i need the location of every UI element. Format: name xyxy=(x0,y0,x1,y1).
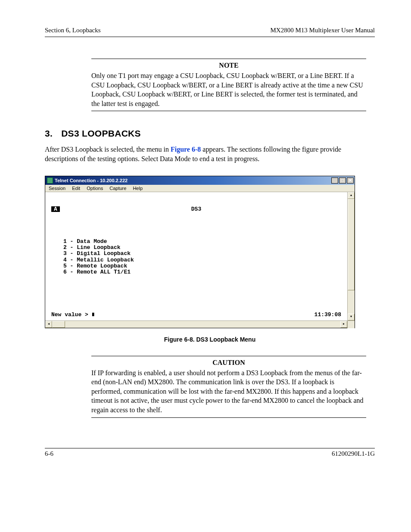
scroll-up-icon[interactable]: ▴ xyxy=(348,192,355,199)
footer-right: 61200290L1-1G xyxy=(332,450,375,457)
terminal-title: DS3 xyxy=(45,206,347,212)
para-before: After DS3 Loopback is selected, the menu… xyxy=(45,146,171,153)
section-title: DS3 LOOPBACKS xyxy=(61,128,141,138)
maximize-button[interactable]: □ xyxy=(339,177,346,184)
figure-caption: Figure 6-8. DS3 Loopback Menu xyxy=(45,336,375,343)
scroll-thumb-v[interactable] xyxy=(348,199,355,291)
caution-box: CAUTION If IP forwarding is enabled, a u… xyxy=(91,356,366,418)
titlebar: Telnet Connection - 10.200.2.222 _ □ ✕ xyxy=(45,176,355,185)
section-number: 3. xyxy=(45,128,53,138)
vertical-scrollbar[interactable]: ▴ ▾ xyxy=(347,192,355,320)
terminal-prompt: New value > ∎ xyxy=(51,312,95,318)
footer-rule xyxy=(45,448,375,448)
footer-left: 6-6 xyxy=(45,450,53,457)
note-top-rule xyxy=(91,59,366,59)
header-right: MX2800 M13 Multiplexer User Manual xyxy=(271,27,375,34)
note-bottom-rule xyxy=(91,111,366,111)
menu-edit[interactable]: Edit xyxy=(72,186,80,191)
window-title: Telnet Connection - 10.200.2.222 xyxy=(55,178,331,183)
app-icon xyxy=(47,177,53,184)
menu-capture[interactable]: Capture xyxy=(109,186,126,191)
terminal-time: 11:39:08 xyxy=(314,312,341,318)
caution-title: CAUTION xyxy=(91,359,366,367)
scroll-right-icon[interactable]: ▸ xyxy=(340,321,347,328)
note-title: NOTE xyxy=(91,62,366,69)
scroll-thumb-h[interactable] xyxy=(52,321,65,328)
caution-bottom-rule xyxy=(91,417,366,418)
close-button[interactable]: ✕ xyxy=(347,177,354,184)
menu-options[interactable]: Options xyxy=(87,186,103,191)
horizontal-scrollbar[interactable]: ◂ ▸ xyxy=(45,320,355,328)
menu-session[interactable]: Session xyxy=(49,186,65,191)
caution-body: If IP forwarding is enabled, a user shou… xyxy=(91,368,366,415)
caution-top-rule xyxy=(91,356,366,356)
menubar: Session Edit Options Capture Help xyxy=(45,185,355,192)
scroll-down-icon[interactable]: ▾ xyxy=(348,314,355,320)
section-heading: 3.DS3 LOOPBACKS xyxy=(45,128,375,139)
header-rule xyxy=(45,37,375,37)
section-paragraph: After DS3 Loopback is selected, the menu… xyxy=(45,145,375,163)
telnet-window: Telnet Connection - 10.200.2.222 _ □ ✕ S… xyxy=(45,176,355,328)
terminal-area: A DS3 1 - Data Mode 2 - Line Loopback 3 … xyxy=(45,192,347,320)
note-box: NOTE Only one T1 port may engage a CSU L… xyxy=(91,59,366,111)
scroll-left-icon[interactable]: ◂ xyxy=(45,321,52,328)
resize-grip[interactable] xyxy=(347,321,355,328)
terminal-menu: 1 - Data Mode 2 - Line Loopback 3 - Digi… xyxy=(63,239,341,276)
header-left: Section 6, Loopbacks xyxy=(45,27,101,34)
figure-link[interactable]: Figure 6-8 xyxy=(171,146,201,153)
note-body: Only one T1 port may engage a CSU Loopba… xyxy=(91,71,366,108)
menu-help[interactable]: Help xyxy=(133,186,143,191)
minimize-button[interactable]: _ xyxy=(331,177,338,184)
